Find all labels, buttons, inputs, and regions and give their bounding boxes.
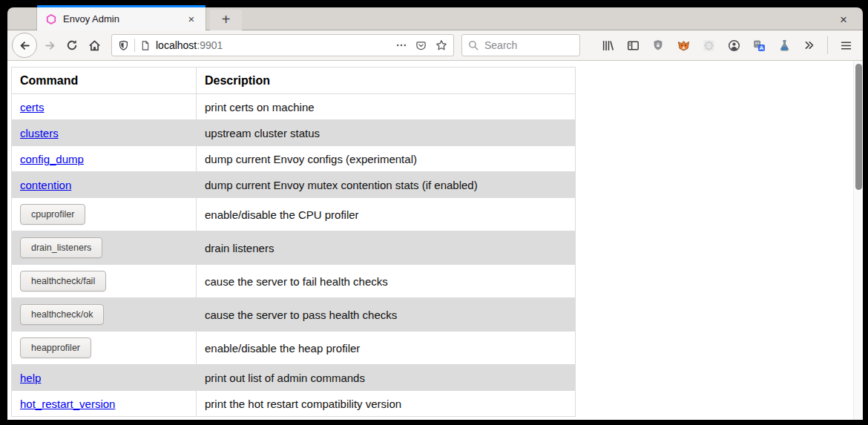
table-row: config_dump dump current Envoy configs (… xyxy=(12,146,576,172)
tracking-protection-shield-icon[interactable] xyxy=(118,40,129,51)
svg-text:A: A xyxy=(759,45,763,51)
menu-button[interactable] xyxy=(835,34,857,56)
extension-fox-button[interactable] xyxy=(672,34,694,56)
command-cell: drain_listeners xyxy=(12,231,197,265)
command-header: Command xyxy=(12,67,197,94)
page-icon[interactable] xyxy=(140,40,151,51)
navigation-toolbar: localhost:9901 xyxy=(7,30,863,61)
description-cell: print out list of admin commands xyxy=(197,365,576,391)
search-icon xyxy=(468,40,479,51)
scrollbar-thumb[interactable] xyxy=(855,64,862,190)
command-link[interactable]: clusters xyxy=(20,127,59,139)
back-icon xyxy=(19,39,31,52)
command-cell: certs xyxy=(12,94,197,120)
command-button[interactable]: healthcheck/fail xyxy=(20,271,106,291)
extension-flask-button[interactable] xyxy=(773,34,795,56)
table-row: healthcheck/ok cause the server to pass … xyxy=(12,298,576,332)
overflow-chevron-icon xyxy=(803,39,815,51)
back-button[interactable] xyxy=(12,33,37,58)
envoy-favicon-icon xyxy=(46,14,56,24)
description-cell: print the hot restart compatibility vers… xyxy=(197,391,576,417)
description-header: Description xyxy=(197,67,576,94)
library-icon xyxy=(602,39,614,52)
toolbar-separator xyxy=(827,36,828,54)
sidebar-button[interactable] xyxy=(622,34,644,56)
hamburger-menu-icon xyxy=(840,39,852,52)
reload-icon xyxy=(66,39,78,51)
command-cell: healthcheck/fail xyxy=(12,265,197,298)
urlbar-separator xyxy=(134,39,135,52)
page-content: Command Description certs print certs on… xyxy=(7,61,863,420)
translate-icon: A xyxy=(753,39,766,52)
pocket-icon[interactable] xyxy=(415,40,427,51)
command-cell: heapprofiler xyxy=(12,332,197,365)
table-row: contention dump current Envoy mutex cont… xyxy=(12,172,576,198)
account-button[interactable] xyxy=(723,34,745,56)
command-button[interactable]: healthcheck/ok xyxy=(20,304,104,325)
command-cell: clusters xyxy=(12,120,197,146)
home-button[interactable] xyxy=(83,34,105,56)
flask-icon xyxy=(778,39,791,52)
table-row: heapprofiler enable/disable the heap pro… xyxy=(12,332,576,365)
table-row: cpuprofiler enable/disable the CPU profi… xyxy=(12,198,576,231)
description-cell: cause the server to pass health checks xyxy=(197,298,576,332)
command-cell: config_dump xyxy=(12,146,197,172)
extension-translate-button[interactable]: A xyxy=(748,34,770,56)
command-button[interactable]: heapprofiler xyxy=(20,337,91,358)
command-button[interactable]: cpuprofiler xyxy=(20,204,85,225)
tab-title: Envoy Admin xyxy=(63,13,184,24)
forward-icon xyxy=(44,39,56,52)
command-cell: hot_restart_version xyxy=(12,391,197,417)
library-button[interactable] xyxy=(596,34,619,56)
bookmark-star-icon[interactable] xyxy=(435,39,447,51)
table-row: drain_listeners drain listeners xyxy=(12,231,576,265)
table-row: help print out list of admin commands xyxy=(12,365,576,391)
extension-shield-lock-button[interactable] xyxy=(647,34,669,56)
new-tab-button[interactable]: + xyxy=(210,10,242,30)
url-host: localhost xyxy=(156,39,197,51)
command-cell: contention xyxy=(12,172,197,198)
url-text[interactable]: localhost:9901 xyxy=(156,39,396,51)
tab-envoy-admin[interactable]: Envoy Admin × xyxy=(37,5,206,30)
command-button[interactable]: drain_listeners xyxy=(20,237,102,258)
extension-disabled-button[interactable] xyxy=(697,34,720,56)
description-cell: cause the server to fail health checks xyxy=(197,265,576,298)
search-box[interactable] xyxy=(461,34,580,56)
description-cell: print certs on machine xyxy=(197,94,576,120)
forward-button[interactable] xyxy=(39,34,61,56)
url-bar[interactable]: localhost:9901 xyxy=(111,34,454,56)
command-link[interactable]: certs xyxy=(20,101,45,113)
shield-lock-icon xyxy=(652,39,664,51)
vertical-scrollbar[interactable] xyxy=(853,61,863,420)
tab-close-icon[interactable]: × xyxy=(184,12,199,27)
search-input[interactable] xyxy=(484,39,566,51)
admin-command-table: Command Description certs print certs on… xyxy=(11,67,576,417)
sidebar-icon xyxy=(627,39,640,52)
command-cell: healthcheck/ok xyxy=(12,298,197,332)
overflow-button[interactable] xyxy=(798,34,821,56)
table-row: hot_restart_version print the hot restar… xyxy=(12,391,576,417)
table-header-row: Command Description xyxy=(12,67,576,94)
table-row: clusters upstream cluster status xyxy=(12,120,576,146)
command-table-body: certs print certs on machine clusters up… xyxy=(12,94,576,417)
table-row: healthcheck/fail cause the server to fai… xyxy=(12,265,576,298)
account-icon xyxy=(728,39,740,52)
page-actions-icon[interactable] xyxy=(396,40,407,50)
description-cell: enable/disable the heap profiler xyxy=(197,332,576,365)
command-cell: cpuprofiler xyxy=(12,198,197,231)
reload-button[interactable] xyxy=(61,34,83,56)
command-link[interactable]: contention xyxy=(20,179,71,191)
command-link[interactable]: hot_restart_version xyxy=(20,398,115,410)
description-cell: dump current Envoy configs (experimental… xyxy=(197,146,576,172)
command-cell: help xyxy=(12,365,197,391)
window-close-button[interactable]: × xyxy=(835,11,852,29)
titlebar: Envoy Admin × + × xyxy=(7,5,863,30)
description-cell: dump current Envoy mutex contention stat… xyxy=(197,172,576,198)
fox-icon xyxy=(677,39,690,52)
command-link[interactable]: help xyxy=(20,372,41,384)
url-port: :9901 xyxy=(197,39,223,51)
command-link[interactable]: config_dump xyxy=(20,153,84,165)
description-cell: drain listeners xyxy=(197,231,576,265)
table-row: certs print certs on machine xyxy=(12,94,576,120)
home-icon xyxy=(88,39,101,52)
